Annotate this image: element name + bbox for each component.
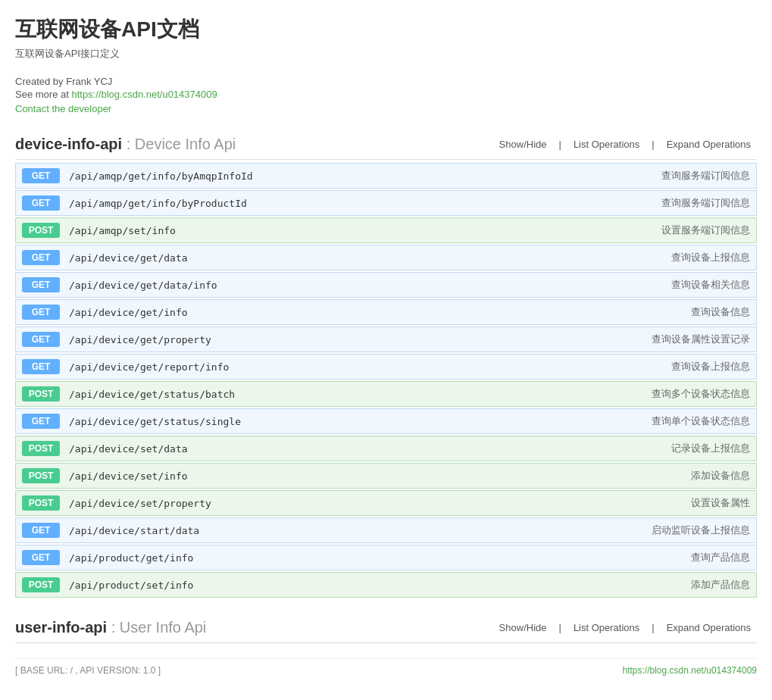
api-row-7[interactable]: GET/api/device/get/report/info查询设备上报信息 xyxy=(15,354,757,380)
api-row-9[interactable]: GET/api/device/get/status/single查询单个设备状态… xyxy=(15,408,757,434)
method-badge-3: GET xyxy=(22,250,60,265)
api-desc-11: 添加设备信息 xyxy=(691,469,750,483)
device-section-title: device-info-api : Device Info Api xyxy=(15,136,236,153)
method-badge-8: POST xyxy=(22,386,60,402)
api-row-14[interactable]: GET/api/product/get/info查询产品信息 xyxy=(15,545,757,570)
method-badge-0: GET xyxy=(22,168,60,183)
api-path-1: /api/amqp/get/info/byProductId xyxy=(69,198,661,209)
api-desc-5: 查询设备信息 xyxy=(691,305,750,319)
api-desc-0: 查询服务端订阅信息 xyxy=(661,169,750,183)
api-row-6[interactable]: GET/api/device/get/property查询设备属性设置记录 xyxy=(15,327,757,352)
device-section-controls: Show/Hide | List Operations | Expand Ope… xyxy=(493,139,757,150)
user-show-hide[interactable]: Show/Hide xyxy=(493,622,553,633)
api-desc-15: 添加产品信息 xyxy=(691,578,750,592)
device-list-operations[interactable]: List Operations xyxy=(567,139,645,150)
user-list-operations[interactable]: List Operations xyxy=(567,622,645,633)
method-badge-15: POST xyxy=(22,577,60,592)
api-row-10[interactable]: POST/api/device/set/data记录设备上报信息 xyxy=(15,436,757,461)
device-expand-operations[interactable]: Expand Operations xyxy=(661,139,757,150)
api-desc-2: 设置服务端订阅信息 xyxy=(661,223,750,237)
api-row-1[interactable]: GET/api/amqp/get/info/byProductId查询服务端订阅… xyxy=(15,190,757,216)
footer-link[interactable]: https://blog.csdn.net/u014374009 xyxy=(623,665,757,676)
method-badge-13: GET xyxy=(22,523,60,538)
api-path-9: /api/device/get/status/single xyxy=(69,416,652,427)
api-row-8[interactable]: POST/api/device/get/status/batch查询多个设备状态… xyxy=(15,381,757,407)
api-row-3[interactable]: GET/api/device/get/data查询设备上报信息 xyxy=(15,245,757,270)
api-path-2: /api/amqp/set/info xyxy=(69,225,661,236)
method-badge-2: POST xyxy=(22,223,60,238)
method-badge-11: POST xyxy=(22,468,60,483)
method-badge-9: GET xyxy=(22,414,60,429)
api-path-8: /api/device/get/status/batch xyxy=(69,389,652,400)
api-desc-13: 启动监听设备上报信息 xyxy=(652,523,750,537)
api-row-0[interactable]: GET/api/amqp/get/info/byAmqpInfoId查询服务端订… xyxy=(15,163,757,189)
api-desc-10: 记录设备上报信息 xyxy=(671,442,750,455)
api-row-15[interactable]: POST/api/product/set/info添加产品信息 xyxy=(15,572,757,598)
see-more-link[interactable]: https://blog.csdn.net/u014374009 xyxy=(71,89,217,100)
api-path-7: /api/device/get/report/info xyxy=(69,361,671,373)
user-section-controls: Show/Hide | List Operations | Expand Ope… xyxy=(493,622,757,633)
api-desc-4: 查询设备相关信息 xyxy=(671,278,750,292)
footer-bar: [ BASE URL: / , API VERSION: 1.0 ] https… xyxy=(15,658,757,682)
api-path-3: /api/device/get/data xyxy=(69,252,671,264)
page-container: 互联网设备API文档 互联网设备API接口定义 Created by Frank… xyxy=(0,0,772,700)
main-title: 互联网设备API文档 xyxy=(15,15,757,44)
user-section-header: user-info-api : User Info Api Show/Hide … xyxy=(15,613,757,643)
method-badge-12: POST xyxy=(22,495,60,511)
api-path-12: /api/device/set/property xyxy=(69,498,691,509)
api-row-11[interactable]: POST/api/device/set/info添加设备信息 xyxy=(15,463,757,489)
api-desc-14: 查询产品信息 xyxy=(691,551,750,564)
api-desc-8: 查询多个设备状态信息 xyxy=(652,387,750,401)
method-badge-6: GET xyxy=(22,332,60,347)
api-path-10: /api/device/set/data xyxy=(69,443,671,455)
api-row-2[interactable]: POST/api/amqp/set/info设置服务端订阅信息 xyxy=(15,217,757,243)
api-row-4[interactable]: GET/api/device/get/data/info查询设备相关信息 xyxy=(15,272,757,298)
method-badge-10: POST xyxy=(22,441,60,456)
footer-base-url: [ BASE URL: / , API VERSION: 1.0 ] xyxy=(15,665,161,676)
api-row-12[interactable]: POST/api/device/set/property设置设备属性 xyxy=(15,490,757,516)
user-section-title: user-info-api : User Info Api xyxy=(15,619,206,636)
contact-developer-link[interactable]: Contact the developer xyxy=(15,103,757,114)
method-badge-1: GET xyxy=(22,195,60,211)
user-info-api-section: user-info-api : User Info Api Show/Hide … xyxy=(15,613,757,643)
created-by: Created by Frank YCJ xyxy=(15,76,757,87)
api-path-11: /api/device/set/info xyxy=(69,470,691,482)
api-desc-6: 查询设备属性设置记录 xyxy=(652,333,750,346)
api-row-13[interactable]: GET/api/device/start/data启动监听设备上报信息 xyxy=(15,517,757,543)
device-section-header: device-info-api : Device Info Api Show/H… xyxy=(15,130,757,160)
method-badge-4: GET xyxy=(22,277,60,292)
device-info-api-section: device-info-api : Device Info Api Show/H… xyxy=(15,130,757,598)
api-row-5[interactable]: GET/api/device/get/info查询设备信息 xyxy=(15,299,757,325)
user-expand-operations[interactable]: Expand Operations xyxy=(661,622,757,633)
method-badge-14: GET xyxy=(22,550,60,565)
device-rows-container: GET/api/amqp/get/info/byAmqpInfoId查询服务端订… xyxy=(15,163,757,598)
api-path-14: /api/product/get/info xyxy=(69,552,691,564)
api-path-6: /api/device/get/property xyxy=(69,334,652,345)
api-desc-9: 查询单个设备状态信息 xyxy=(652,414,750,428)
api-desc-7: 查询设备上报信息 xyxy=(671,360,750,373)
method-badge-5: GET xyxy=(22,305,60,320)
api-path-4: /api/device/get/data/info xyxy=(69,280,671,291)
api-path-15: /api/product/set/info xyxy=(69,580,691,591)
see-more: See more at https://blog.csdn.net/u01437… xyxy=(15,89,757,100)
subtitle: 互联网设备API接口定义 xyxy=(15,47,757,61)
api-desc-12: 设置设备属性 xyxy=(691,496,750,510)
api-desc-1: 查询服务端订阅信息 xyxy=(661,196,750,210)
api-path-13: /api/device/start/data xyxy=(69,525,652,536)
device-show-hide[interactable]: Show/Hide xyxy=(493,139,553,150)
footer-base-info: [ BASE URL: / , API VERSION: 1.0 ] xyxy=(15,665,161,676)
method-badge-7: GET xyxy=(22,359,60,374)
api-path-0: /api/amqp/get/info/byAmqpInfoId xyxy=(69,170,661,182)
api-desc-3: 查询设备上报信息 xyxy=(671,251,750,264)
api-path-5: /api/device/get/info xyxy=(69,307,691,318)
